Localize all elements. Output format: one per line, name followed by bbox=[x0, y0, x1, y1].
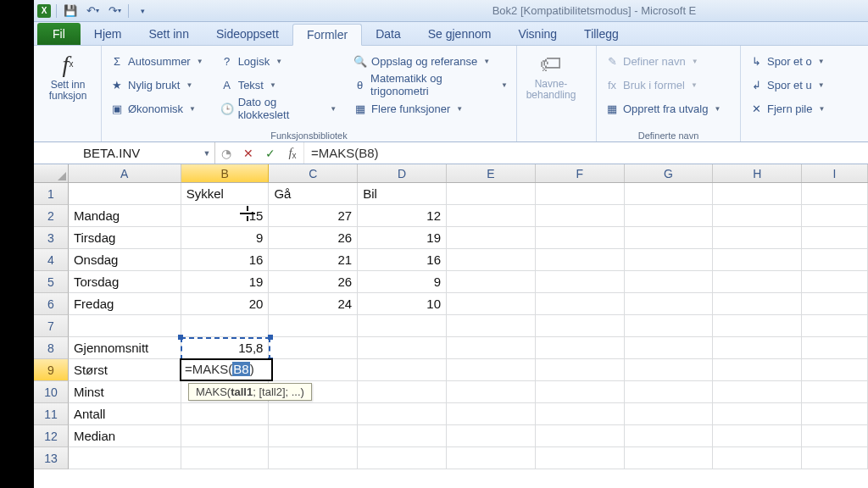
chevron-down-icon[interactable]: ▼ bbox=[199, 149, 214, 158]
cell[interactable] bbox=[625, 293, 714, 315]
column-header[interactable]: A bbox=[69, 164, 181, 182]
column-header[interactable]: B bbox=[181, 164, 270, 182]
ribbon-spor-et-o-button[interactable]: ↳Spor et o▼ bbox=[746, 51, 854, 71]
cell[interactable] bbox=[625, 249, 714, 271]
cell[interactable] bbox=[269, 337, 358, 359]
selection-handle[interactable] bbox=[268, 335, 273, 340]
select-all-corner[interactable] bbox=[34, 164, 69, 182]
selection-handle[interactable] bbox=[268, 358, 273, 363]
cell[interactable]: Onsdag bbox=[69, 249, 181, 271]
cell[interactable] bbox=[713, 381, 802, 403]
cell[interactable] bbox=[713, 205, 802, 227]
cell[interactable]: 9 bbox=[358, 271, 447, 293]
row-header[interactable]: 4 bbox=[34, 249, 69, 271]
cell[interactable] bbox=[536, 293, 625, 315]
cell[interactable] bbox=[802, 381, 868, 403]
column-header[interactable]: G bbox=[625, 164, 714, 182]
cell[interactable] bbox=[447, 227, 536, 249]
cell[interactable]: 26 bbox=[269, 227, 358, 249]
cell[interactable] bbox=[447, 425, 536, 447]
cell[interactable]: 10 bbox=[358, 293, 447, 315]
ribbon-økonomisk-button[interactable]: ▣Økonomisk▼ bbox=[107, 98, 207, 119]
tab-formler[interactable]: Formler bbox=[292, 24, 362, 46]
row-header[interactable]: 3 bbox=[34, 227, 69, 249]
file-tab[interactable]: Fil bbox=[37, 23, 81, 45]
cell[interactable] bbox=[358, 447, 447, 469]
cell[interactable] bbox=[625, 227, 714, 249]
cell[interactable] bbox=[802, 205, 868, 227]
cell[interactable] bbox=[713, 425, 802, 447]
fx-button[interactable]: fx bbox=[281, 146, 303, 160]
column-header[interactable]: D bbox=[358, 164, 447, 182]
cell[interactable] bbox=[625, 315, 714, 337]
tab-sideoppsett[interactable]: Sideoppsett bbox=[203, 23, 292, 45]
ribbon-nylig-brukt-button[interactable]: ★Nylig brukt▼ bbox=[107, 75, 207, 95]
ribbon-spor-et-u-button[interactable]: ↲Spor et u▼ bbox=[746, 75, 854, 95]
cell[interactable]: Gå bbox=[269, 183, 358, 205]
cell[interactable] bbox=[625, 381, 714, 403]
cell[interactable] bbox=[713, 271, 802, 293]
cell[interactable] bbox=[625, 403, 714, 425]
ribbon-matematikk-og-trigonometri-button[interactable]: θMatematikk og trigonometri▼ bbox=[350, 75, 511, 95]
cell[interactable] bbox=[447, 271, 536, 293]
cell[interactable] bbox=[536, 271, 625, 293]
cell[interactable] bbox=[536, 359, 625, 381]
cell[interactable] bbox=[802, 425, 868, 447]
cell[interactable]: Sykkel bbox=[181, 183, 270, 205]
cell[interactable] bbox=[802, 403, 868, 425]
qat-customize-button[interactable]: ▾ bbox=[134, 3, 151, 19]
cell[interactable] bbox=[536, 205, 625, 227]
cell[interactable] bbox=[181, 359, 270, 381]
cell[interactable] bbox=[181, 315, 270, 337]
tab-visning[interactable]: Visning bbox=[504, 23, 570, 45]
tab-hjem[interactable]: Hjem bbox=[81, 23, 136, 45]
column-header[interactable]: C bbox=[269, 164, 358, 182]
cell[interactable] bbox=[802, 227, 868, 249]
tab-tillegg[interactable]: Tillegg bbox=[570, 23, 632, 45]
range-select-icon[interactable]: ◔ bbox=[215, 147, 237, 160]
cell[interactable]: 26 bbox=[269, 271, 358, 293]
cell[interactable] bbox=[447, 381, 536, 403]
tab-data[interactable]: Data bbox=[362, 23, 415, 45]
cell[interactable] bbox=[802, 249, 868, 271]
cell[interactable] bbox=[625, 447, 714, 469]
cell[interactable] bbox=[713, 403, 802, 425]
cell[interactable] bbox=[536, 337, 625, 359]
cell[interactable]: 15,8 bbox=[181, 337, 270, 359]
cell[interactable]: Gjennomsnitt bbox=[69, 337, 181, 359]
cell[interactable] bbox=[802, 271, 868, 293]
ribbon-autosummer-button[interactable]: ΣAutosummer▼ bbox=[107, 51, 207, 71]
ribbon-oppslag-og-referanse-button[interactable]: 🔍Oppslag og referanse▼ bbox=[350, 51, 511, 71]
cell[interactable] bbox=[713, 359, 802, 381]
cell[interactable] bbox=[536, 447, 625, 469]
ribbon-bruk-i-formel-button[interactable]: fxBruk i formel▼ bbox=[602, 75, 735, 95]
cell[interactable] bbox=[447, 315, 536, 337]
cell[interactable]: 16 bbox=[181, 249, 270, 271]
cell[interactable] bbox=[269, 425, 358, 447]
cell[interactable]: Minst bbox=[69, 381, 181, 403]
row-header[interactable]: 10 bbox=[34, 381, 69, 403]
cell[interactable]: 21 bbox=[269, 249, 358, 271]
row-header[interactable]: 8 bbox=[34, 337, 69, 359]
cell[interactable] bbox=[181, 403, 270, 425]
cell[interactable]: Tirsdag bbox=[69, 227, 181, 249]
cell[interactable] bbox=[69, 447, 181, 469]
save-button[interactable]: 💾 bbox=[62, 3, 79, 19]
cell[interactable]: Antall bbox=[69, 403, 181, 425]
cell[interactable]: Størst bbox=[69, 359, 181, 381]
cell[interactable]: 15 bbox=[181, 205, 270, 227]
column-header[interactable]: F bbox=[536, 164, 625, 182]
cell[interactable]: 12 bbox=[358, 205, 447, 227]
cell[interactable] bbox=[536, 381, 625, 403]
formula-input[interactable]: =MAKS(B8) bbox=[304, 142, 868, 164]
row-header[interactable]: 1 bbox=[34, 183, 69, 205]
cell[interactable] bbox=[447, 403, 536, 425]
cancel-button[interactable]: ✕ bbox=[237, 147, 259, 160]
row-header[interactable]: 12 bbox=[34, 425, 69, 447]
column-header[interactable]: E bbox=[447, 164, 536, 182]
cell[interactable] bbox=[447, 337, 536, 359]
cell[interactable] bbox=[625, 271, 714, 293]
cell[interactable]: 9 bbox=[181, 227, 270, 249]
cell[interactable] bbox=[802, 447, 868, 469]
cell[interactable] bbox=[536, 425, 625, 447]
